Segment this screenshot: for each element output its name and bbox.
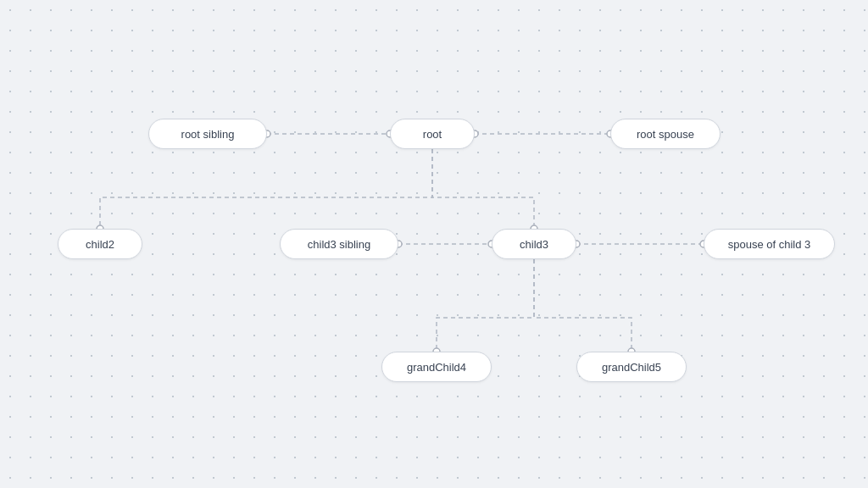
node-child3-label: child3	[520, 238, 548, 251]
node-root-spouse[interactable]: root spouse	[610, 119, 721, 149]
node-child3-sibling[interactable]: child3 sibling	[280, 229, 398, 259]
node-root-spouse-label: root spouse	[637, 128, 694, 141]
node-child2-label: child2	[86, 238, 114, 251]
node-grandchild4-label: grandChild4	[407, 361, 466, 374]
node-root-sibling[interactable]: root sibling	[148, 119, 267, 149]
node-grandchild5[interactable]: grandChild5	[576, 352, 687, 382]
node-child2[interactable]: child2	[58, 229, 142, 259]
node-grandchild5-label: grandChild5	[602, 361, 661, 374]
node-child3[interactable]: child3	[492, 229, 576, 259]
diagram-canvas: root sibling root root spouse child2 chi…	[0, 0, 868, 488]
node-root-label: root	[423, 128, 442, 141]
node-spouse-of-child3-label: spouse of child 3	[728, 238, 811, 251]
node-child3-sibling-label: child3 sibling	[308, 238, 370, 251]
node-root[interactable]: root	[390, 119, 475, 149]
node-spouse-of-child3[interactable]: spouse of child 3	[704, 229, 835, 259]
node-root-sibling-label: root sibling	[181, 128, 235, 141]
node-grandchild4[interactable]: grandChild4	[381, 352, 492, 382]
